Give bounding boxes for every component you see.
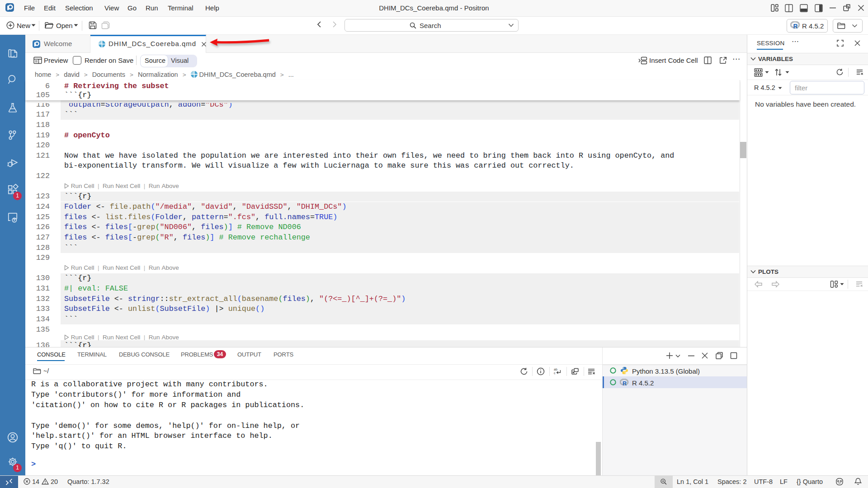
svg-text:R: R: [793, 23, 798, 30]
svg-text:R: R: [623, 380, 627, 387]
svg-text:ab: ab: [554, 368, 557, 371]
svg-text:c: c: [554, 371, 556, 375]
